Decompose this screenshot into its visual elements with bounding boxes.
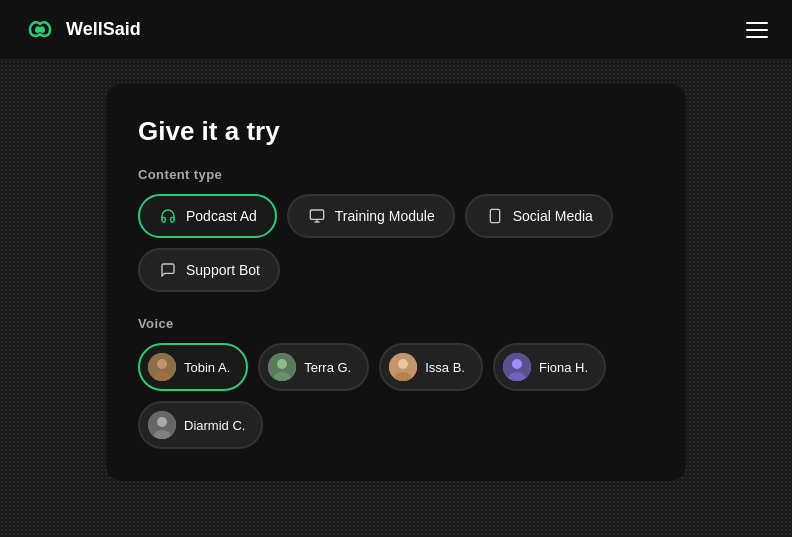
voice-btn-terra[interactable]: Terra G. [258, 343, 369, 391]
voice-tobin-label: Tobin A. [184, 360, 230, 375]
hamburger-menu[interactable] [746, 22, 768, 38]
content-type-label: Content type [138, 167, 654, 182]
voice-fiona-label: Fiona H. [539, 360, 588, 375]
content-type-section: Content type Podcast Ad [138, 167, 654, 292]
monitor-icon [307, 206, 327, 226]
voice-terra-label: Terra G. [304, 360, 351, 375]
try-card: Give it a try Content type Podcast Ad [106, 84, 686, 481]
avatar-issa [389, 353, 417, 381]
phone-icon [485, 206, 505, 226]
chat-icon [158, 260, 178, 280]
social-media-label: Social Media [513, 208, 593, 224]
content-btn-social-media[interactable]: Social Media [465, 194, 613, 238]
avatar-tobin [148, 353, 176, 381]
hamburger-line-3 [746, 36, 768, 38]
content-type-group: Podcast Ad Training Module [138, 194, 654, 292]
training-module-label: Training Module [335, 208, 435, 224]
hamburger-line-1 [746, 22, 768, 24]
voice-group: Tobin A. Terra G. [138, 343, 654, 449]
main-content: Give it a try Content type Podcast Ad [0, 60, 792, 505]
voice-diarmid-label: Diarmid C. [184, 418, 245, 433]
svg-point-9 [277, 359, 287, 369]
svg-point-6 [157, 359, 167, 369]
podcast-ad-label: Podcast Ad [186, 208, 257, 224]
card-title: Give it a try [138, 116, 654, 147]
wellsaid-logo-icon [24, 14, 56, 46]
voice-btn-diarmid[interactable]: Diarmid C. [138, 401, 263, 449]
logo: WellSaid [24, 14, 141, 46]
voice-btn-tobin[interactable]: Tobin A. [138, 343, 248, 391]
voice-btn-issa[interactable]: Issa B. [379, 343, 483, 391]
support-bot-label: Support Bot [186, 262, 260, 278]
voice-label: Voice [138, 316, 654, 331]
svg-rect-0 [310, 210, 323, 219]
svg-point-18 [157, 417, 167, 427]
content-btn-support-bot[interactable]: Support Bot [138, 248, 280, 292]
avatar-diarmid [148, 411, 176, 439]
voice-issa-label: Issa B. [425, 360, 465, 375]
headphones-icon [158, 206, 178, 226]
header: WellSaid [0, 0, 792, 60]
voice-btn-fiona[interactable]: Fiona H. [493, 343, 606, 391]
content-btn-podcast-ad[interactable]: Podcast Ad [138, 194, 277, 238]
logo-text: WellSaid [66, 19, 141, 40]
avatar-terra [268, 353, 296, 381]
svg-rect-3 [490, 209, 499, 222]
hamburger-line-2 [746, 29, 768, 31]
voice-section: Voice Tobin A. [138, 316, 654, 449]
content-btn-training-module[interactable]: Training Module [287, 194, 455, 238]
svg-point-12 [398, 359, 408, 369]
svg-point-15 [512, 359, 522, 369]
avatar-fiona [503, 353, 531, 381]
